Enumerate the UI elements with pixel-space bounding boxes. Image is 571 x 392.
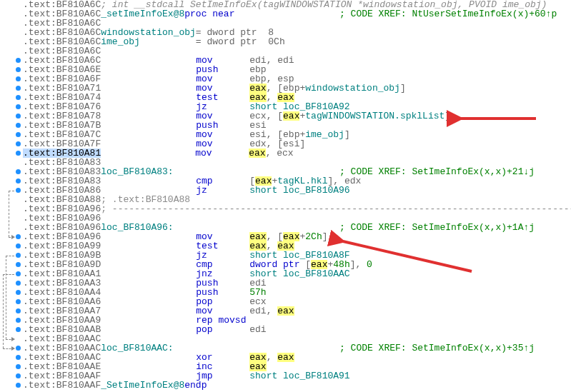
asm-line[interactable]: .text:BF810AA1 jnzshort loc_BF810AAC [23,269,571,278]
asm-line[interactable]: .text:BF810AAF _SetImeInfoEx@8 endp [23,381,571,390]
asm-line[interactable]: .text:BF810A6C _setImeInfoEx@8 proc near… [23,9,571,19]
breakpoint-dot[interactable] [16,132,21,137]
breakpoint-dot[interactable] [16,290,21,295]
breakpoint-dot[interactable] [16,234,21,239]
breakpoint-dot[interactable] [16,281,21,286]
breakpoint-dot[interactable] [16,169,21,174]
control-flow-line [9,191,9,237]
breakpoint-dot[interactable] [16,123,21,128]
breakpoint-dot[interactable] [16,318,21,323]
asm-line[interactable]: .text:BF810A96 moveax, [eax+2Ch] [23,232,571,241]
breakpoint-dot[interactable] [16,243,21,248]
asm-line[interactable]: .text:BF810A7F movedx, [esi] [23,139,571,149]
breakpoint-dot[interactable] [16,86,21,91]
breakpoint-dot[interactable] [16,346,21,351]
breakpoint-dot[interactable] [16,58,21,63]
breakpoint-dot[interactable] [16,141,21,146]
disassembly-listing[interactable]: .text:BF810A6C ; int __stdcall SetImeInf… [23,0,571,390]
asm-line[interactable]: .text:BF810A6C ime_obj = dword ptr 0Ch [23,37,571,46]
asm-line[interactable]: .text:BF810A78 movecx, [eax+tagWINDOWSTA… [23,111,571,121]
flow-arrowhead-icon [11,337,15,341]
breakpoint-dot[interactable] [16,114,21,119]
asm-line[interactable]: .text:BF810A81 moveax, ecx [23,149,571,158]
asm-line[interactable]: .text:BF810A96 ; -----------------------… [23,204,571,213]
asm-line[interactable]: .text:BF810A71 moveax, [ebp+windowstatio… [23,84,571,93]
breakpoint-dot[interactable] [16,271,21,276]
asm-line[interactable]: .text:BF810AAB popedi [23,325,571,334]
control-flow-line [6,256,6,339]
asm-line[interactable]: .text:BF810AA6 popecx [23,297,571,306]
breakpoint-dot[interactable] [16,364,21,369]
asm-line[interactable]: .text:BF810AA7 movedi, eax [23,306,571,316]
asm-line[interactable]: .text:BF810A6C [23,46,571,56]
breakpoint-dot[interactable] [16,179,21,184]
breakpoint-dot[interactable] [16,373,21,378]
asm-line[interactable]: .text:BF810AAC xoreax, eax [23,353,571,362]
control-flow-line [3,274,14,275]
breakpoint-dot[interactable] [16,262,21,267]
breakpoint-dot[interactable] [16,383,21,388]
gutter [0,0,23,392]
asm-line[interactable]: .text:BF810A6E pushebp [23,65,571,74]
breakpoint-dot[interactable] [16,67,21,72]
breakpoint-dot[interactable] [16,104,21,109]
asm-line[interactable]: .text:BF810A6C movedi, edi [23,56,571,65]
breakpoint-dot[interactable] [16,327,21,332]
breakpoint-dot[interactable] [16,308,21,313]
control-flow-line [3,274,4,348]
breakpoint-dot[interactable] [16,188,21,193]
flow-arrowhead-icon [11,346,15,351]
breakpoint-dot[interactable] [16,151,21,156]
breakpoint-dot[interactable] [16,76,21,81]
control-flow-line [9,191,14,191]
asm-line[interactable]: .text:BF810AA4 push57h [23,288,571,297]
asm-line[interactable]: .text:BF810AA9 rep movsd [23,316,571,325]
breakpoint-dot[interactable] [16,355,21,360]
asm-line[interactable]: .text:BF810AAC loc_BF810AAC:; CODE XREF:… [23,343,571,353]
breakpoint-dot[interactable] [16,253,21,258]
asm-line[interactable]: .text:BF810AA3 pushedi [23,278,571,288]
breakpoint-dot[interactable] [16,299,21,304]
flow-arrowhead-icon [11,235,15,239]
control-flow-line [6,256,14,256]
breakpoint-dot[interactable] [16,95,21,100]
